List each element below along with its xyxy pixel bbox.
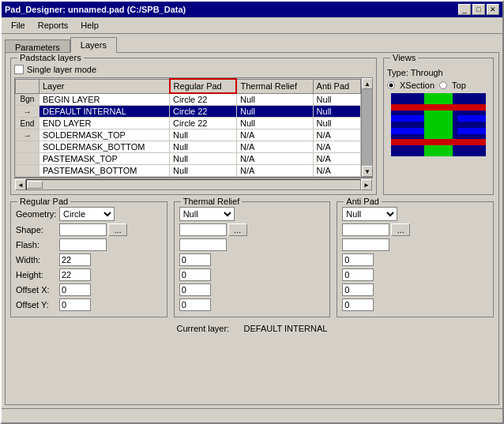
thermal-relief-label: Thermal Relief	[181, 197, 243, 206]
layer-table-inner: Layer Regular Pad Thermal Relief Anti Pa…	[15, 78, 361, 177]
status-bar	[2, 408, 502, 422]
table-row[interactable]: SOLDERMASK_BOTTOM Null N/A N/A	[16, 141, 361, 153]
thermal-offset-y-input[interactable]	[179, 298, 211, 311]
row-layer: PASTEMASK_TOP	[39, 153, 170, 165]
table-row[interactable]: PASTEMASK_TOP Null N/A N/A	[16, 153, 361, 165]
main-window: Pad_Designer: unnamed.pad (C:/SPB_Data) …	[0, 0, 504, 424]
thermal-offset-x-row	[179, 283, 325, 296]
anti-offset-x-input[interactable]	[342, 283, 374, 296]
vertical-scrollbar[interactable]: ▲ ▼	[361, 78, 372, 177]
row-layer: DEFAULT INTERNAL	[39, 106, 170, 118]
pad-blue-line-2	[457, 115, 486, 122]
row-regular: Null	[170, 129, 237, 141]
current-layer-row: Current layer: DEFAULT INTERNAL	[10, 324, 494, 333]
thermal-relief-group: Thermal Relief Null Circle ...	[174, 201, 331, 317]
horizontal-scrollbar[interactable]	[26, 179, 361, 190]
row-anti: N/A	[313, 165, 360, 177]
menu-help[interactable]: Help	[74, 19, 105, 32]
geometry-select[interactable]: Circle Square Oblong	[59, 207, 115, 221]
minimize-button[interactable]: _	[458, 4, 471, 15]
row-layer: SOLDERMASK_TOP	[39, 129, 170, 141]
menu-reports[interactable]: Reports	[32, 19, 75, 32]
row-thermal: N/A	[236, 165, 313, 177]
height-row: Height:	[16, 268, 162, 281]
bottom-section: Regular Pad Geometry: Circle Square Oblo…	[10, 201, 494, 317]
shape-label: Shape:	[16, 225, 59, 235]
width-input[interactable]	[59, 253, 91, 266]
height-input[interactable]	[59, 268, 91, 281]
regular-pad-label: Regular Pad	[17, 197, 70, 206]
offset-y-input[interactable]	[59, 298, 91, 311]
flash-label: Flash:	[16, 240, 59, 250]
regular-pad-group: Regular Pad Geometry: Circle Square Oblo…	[10, 201, 167, 317]
thermal-geometry-select[interactable]: Null Circle	[179, 207, 235, 221]
scroll-left-button[interactable]: ◄	[15, 179, 26, 190]
views-radio-row: XSection Top	[387, 81, 490, 90]
content-area: Parameters Layers Padstack layers Single…	[2, 34, 502, 408]
layer-table: Layer Regular Pad Thermal Relief Anti Pa…	[15, 78, 361, 177]
offset-x-label: Offset X:	[16, 285, 59, 295]
horizontal-scrollbar-row: ◄ ►	[14, 178, 373, 191]
current-layer-label: Current layer:	[177, 324, 230, 333]
thermal-shape-row: ...	[179, 223, 325, 236]
anti-dots-button[interactable]: ...	[391, 223, 410, 236]
single-layer-checkbox[interactable]	[14, 65, 24, 74]
thermal-width-input[interactable]	[179, 253, 211, 266]
scroll-right-button[interactable]: ►	[361, 179, 372, 190]
flash-row: Flash:	[16, 238, 162, 251]
shape-dots-button[interactable]: ...	[108, 223, 127, 236]
anti-geometry-select[interactable]: Null Circle	[342, 207, 397, 221]
col-prefix	[16, 79, 39, 93]
offset-x-input[interactable]	[59, 283, 91, 296]
row-anti: N/A	[313, 129, 360, 141]
height-label: Height:	[16, 270, 59, 280]
row-anti: Null	[313, 106, 360, 118]
scroll-track	[362, 89, 372, 166]
anti-geometry-row: Null Circle	[342, 207, 488, 221]
thermal-geometry-row: Null Circle	[179, 207, 325, 221]
pad-viewer	[391, 93, 486, 156]
close-button[interactable]: ✕	[487, 4, 499, 15]
top-radio[interactable]	[439, 81, 447, 89]
table-row[interactable]: → SOLDERMASK_TOP Null N/A N/A	[16, 129, 361, 141]
views-group: Views Type: Through XSection Top	[383, 58, 494, 195]
thermal-offset-x-input[interactable]	[179, 283, 211, 296]
scroll-up-button[interactable]: ▲	[362, 78, 373, 89]
thermal-offset-y-row	[179, 298, 325, 311]
row-prefix: End	[16, 118, 39, 129]
tab-layers[interactable]: Layers	[70, 37, 117, 53]
anti-shape-input[interactable]	[342, 223, 389, 236]
table-row[interactable]: Bgn BEGIN LAYER Circle 22 Null Null	[16, 93, 361, 106]
single-layer-row: Single layer mode	[14, 65, 373, 74]
pad-blue-line-3	[391, 128, 424, 134]
table-row[interactable]: → DEFAULT INTERNAL Circle 22 Null Null	[16, 106, 361, 118]
scroll-down-button[interactable]: ▼	[362, 166, 373, 177]
row-layer: PASTEMASK_BOTTOM	[39, 165, 170, 177]
current-layer-value: DEFAULT INTERNAL	[244, 324, 328, 333]
row-prefix	[16, 153, 39, 165]
window-title: Pad_Designer: unnamed.pad (C:/SPB_Data)	[5, 5, 186, 14]
anti-width-input[interactable]	[342, 253, 374, 266]
row-thermal: N/A	[236, 141, 313, 153]
anti-flash-input[interactable]	[342, 238, 389, 251]
row-prefix	[16, 165, 39, 177]
anti-offset-y-input[interactable]	[342, 298, 374, 311]
shape-input[interactable]	[59, 223, 107, 236]
flash-input[interactable]	[59, 238, 107, 251]
anti-height-input[interactable]	[342, 268, 374, 281]
row-thermal: Null	[236, 118, 313, 129]
thermal-dots-button[interactable]: ...	[228, 223, 247, 236]
xsection-radio[interactable]	[387, 81, 395, 89]
title-bar: Pad_Designer: unnamed.pad (C:/SPB_Data) …	[2, 2, 502, 17]
thermal-height-input[interactable]	[179, 268, 211, 281]
anti-flash-row	[342, 238, 488, 251]
maximize-button[interactable]: □	[472, 4, 485, 15]
main-panel: Padstack layers Single layer mode	[5, 52, 499, 405]
menu-file[interactable]: File	[5, 19, 32, 32]
anti-offset-y-row	[342, 298, 488, 311]
table-row[interactable]: PASTEMASK_BOTTOM Null N/A N/A	[16, 165, 361, 177]
thermal-flash-input[interactable]	[179, 238, 227, 251]
thermal-shape-input[interactable]	[179, 223, 227, 236]
table-row[interactable]: End END LAYER Circle 22 Null Null	[16, 118, 361, 129]
row-regular: Circle 22	[170, 118, 237, 129]
